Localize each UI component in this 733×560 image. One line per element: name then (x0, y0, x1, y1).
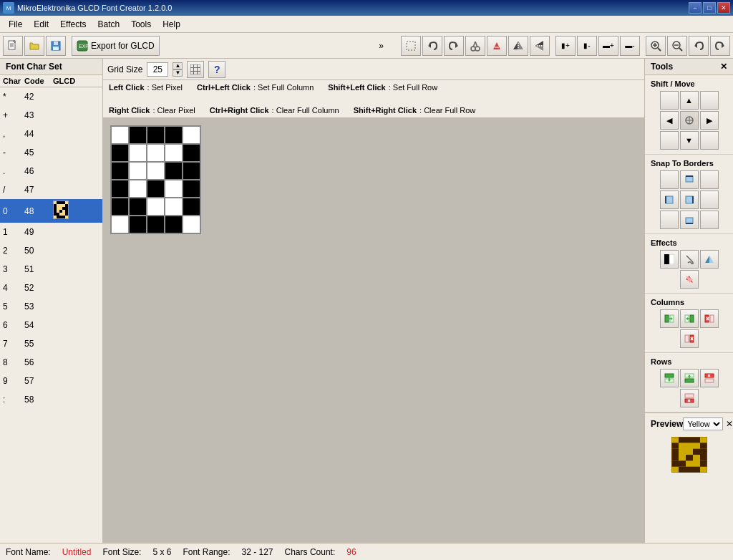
tool-zoom-in[interactable] (646, 36, 666, 56)
menu-tools[interactable]: Tools (125, 18, 157, 31)
empty-tl (660, 91, 679, 110)
grid-size-down[interactable]: ▼ (173, 69, 183, 77)
menu-edit[interactable]: Edit (28, 18, 54, 31)
tool-undo2[interactable] (689, 36, 709, 56)
restore-button[interactable]: □ (703, 2, 716, 14)
canvas-area[interactable] (103, 118, 644, 543)
tool-zoom-out[interactable] (667, 36, 687, 56)
char-row-57[interactable]: 957 (0, 372, 102, 390)
effect-mirror[interactable] (700, 250, 719, 269)
char-list-container[interactable]: *42+43,44-45.46/470481492503514525536547… (0, 87, 102, 543)
minimize-button[interactable]: − (689, 2, 702, 14)
tool-rem-col[interactable]: ▮- (577, 36, 597, 56)
toolbar-expand[interactable]: » (379, 41, 384, 51)
tool-add-row[interactable]: ▬+ (598, 36, 618, 56)
col-insert-right[interactable] (680, 309, 699, 328)
tool-flip-h[interactable] (508, 36, 528, 56)
char-row-54[interactable]: 654 (0, 316, 102, 334)
char-row-45[interactable]: -45 (0, 143, 102, 162)
row-delete-bottom[interactable] (680, 389, 699, 407)
char-row-44[interactable]: ,44 (0, 125, 102, 143)
char-row-50[interactable]: 250 (0, 241, 102, 260)
char-cell-43: + (3, 110, 24, 120)
char-cell-47: / (3, 185, 24, 195)
grid-size-label: Grid Size (107, 64, 142, 74)
row-buttons (651, 369, 727, 407)
column-buttons (651, 309, 727, 348)
new-button[interactable] (3, 36, 23, 56)
menu-file[interactable]: File (3, 18, 28, 31)
menu-help[interactable]: Help (157, 18, 186, 31)
char-cell-42: * (3, 92, 24, 102)
grid-size-input[interactable] (147, 62, 168, 77)
char-row-47[interactable]: /47 (0, 180, 102, 199)
snap-right[interactable] (680, 190, 699, 209)
tool-undo[interactable] (422, 36, 442, 56)
main-layout: Font Char Set Char Code GLCD *42+43,44-4… (0, 59, 733, 543)
char-row-43[interactable]: +43 (0, 106, 102, 125)
char-row-58[interactable]: :58 (0, 390, 102, 409)
col-delete-left[interactable] (700, 309, 719, 328)
right-click-label: Right Click (109, 106, 150, 115)
grid-size-up[interactable]: ▲ (173, 62, 183, 69)
tool-add-col[interactable]: ▮+ (555, 36, 576, 56)
code-cell-58: 58 (24, 395, 53, 405)
preview-color-select[interactable]: Yellow (683, 417, 723, 430)
snap-top[interactable] (680, 170, 699, 189)
tool-paint[interactable] (487, 36, 507, 56)
snap-left[interactable] (660, 190, 679, 209)
tools-close-button[interactable]: ✕ (720, 62, 727, 72)
empty-bl (660, 131, 679, 150)
char-row-53[interactable]: 553 (0, 297, 102, 316)
char-row-48[interactable]: 048 (0, 199, 102, 223)
svg-marker-52 (709, 256, 714, 263)
row-insert-bottom[interactable] (680, 369, 699, 387)
snap-bottom[interactable] (680, 211, 699, 229)
char-row-49[interactable]: 149 (0, 223, 102, 241)
chars-count-value: 96 (346, 547, 356, 557)
effect-brush[interactable] (680, 250, 699, 269)
shift-down[interactable]: ▼ (680, 131, 699, 150)
row-delete-top[interactable] (700, 369, 719, 387)
char-row-55[interactable]: 755 (0, 334, 102, 353)
left-panel: Font Char Set Char Code GLCD *42+43,44-4… (0, 59, 103, 543)
tool-select[interactable] (401, 36, 421, 56)
char-cell-52: 4 (3, 283, 24, 293)
grid-toggle[interactable] (187, 61, 204, 78)
col-delete-right[interactable] (680, 329, 699, 348)
tool-redo[interactable] (444, 36, 464, 56)
pixel-canvas[interactable] (110, 125, 201, 234)
char-row-42[interactable]: *42 (0, 87, 102, 106)
window-controls[interactable]: − □ ✕ (689, 2, 730, 14)
shift-buttons: ▲ ◀ ▶ ▼ (651, 91, 727, 150)
shift-up[interactable]: ▲ (680, 91, 699, 110)
row-insert-top[interactable] (660, 369, 679, 387)
export-glcd-button[interactable]: EXP Export for GLCD (72, 36, 160, 56)
tool-flip-v[interactable] (530, 36, 550, 56)
font-size-value: 5 x 6 (152, 547, 171, 557)
tools-title: Tools (651, 62, 673, 72)
save-button[interactable] (46, 36, 66, 56)
close-button[interactable]: ✕ (717, 2, 730, 14)
effect-rotate[interactable] (680, 270, 699, 289)
char-row-52[interactable]: 452 (0, 279, 102, 297)
grid-size-spinner[interactable]: ▲ ▼ (173, 62, 183, 77)
preview-close-button[interactable]: ✕ (726, 419, 733, 429)
shift-center[interactable] (680, 111, 699, 130)
col-insert-left[interactable] (660, 309, 679, 328)
menu-effects[interactable]: Effects (54, 18, 92, 31)
menu-batch[interactable]: Batch (92, 18, 126, 31)
svg-rect-41 (686, 176, 693, 182)
tool-rem-row[interactable]: ▬- (620, 36, 640, 56)
columns-label: Columns (651, 298, 727, 306)
char-row-46[interactable]: .46 (0, 162, 102, 180)
char-row-56[interactable]: 856 (0, 353, 102, 372)
char-row-51[interactable]: 351 (0, 260, 102, 279)
tool-redo2[interactable] (710, 36, 730, 56)
shift-left[interactable]: ◀ (660, 111, 679, 130)
shift-right[interactable]: ▶ (700, 111, 719, 130)
help-button[interactable]: ? (208, 61, 225, 78)
effect-invert[interactable] (660, 250, 679, 269)
open-button[interactable] (24, 36, 44, 56)
tool-cut[interactable] (465, 36, 485, 56)
